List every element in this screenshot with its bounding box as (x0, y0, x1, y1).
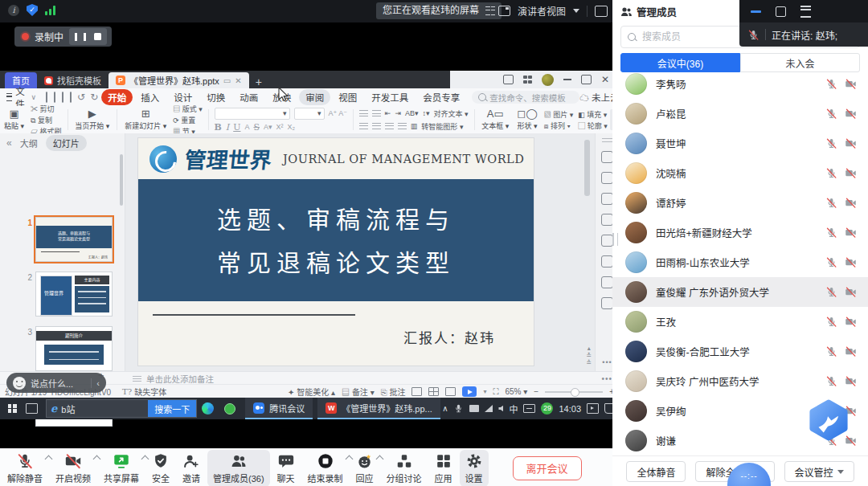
member-camera-muted-icon[interactable] (845, 197, 857, 209)
leave-meeting-button[interactable]: 离开会议 (513, 456, 582, 480)
arrange-windows-icon[interactable] (523, 76, 532, 84)
read-mode-icon[interactable] (601, 276, 613, 288)
taskbar-app-wps[interactable]: W 《管理世界》赵玮.pp... (317, 398, 440, 419)
tray-keyboard-icon[interactable] (523, 404, 535, 413)
justify-icon[interactable] (398, 123, 407, 129)
play-from-current-button[interactable]: ▶当页开始 ▾ (71, 108, 113, 131)
skin-icon[interactable] (601, 151, 613, 163)
taskbar-search-button[interactable]: 搜索一下 (148, 400, 196, 417)
tab-outline[interactable]: 大纲 (20, 137, 38, 149)
undo-icon[interactable]: ↺ (77, 92, 85, 103)
slide-nav-buttons[interactable]: ▴≛≙ (586, 345, 592, 366)
wps-tab-document[interactable]: P 《管理世界》赵玮.pptx ▭ ✕ (108, 72, 249, 88)
beautify-button[interactable]: ✦ 智能美化 ▴ (288, 386, 335, 398)
export-icon[interactable] (54, 92, 55, 103)
command-search-box[interactable]: 查找命令、搜索模板 (472, 91, 579, 104)
member-row[interactable]: 卢崧昆 (612, 99, 868, 129)
cut-button[interactable]: ✂ 剪切 (31, 104, 62, 114)
beautify-icon[interactable] (601, 193, 613, 205)
member-mic-muted-icon[interactable] (825, 108, 837, 120)
member-row[interactable]: 沈晓楠 (612, 158, 868, 188)
normal-view-icon[interactable] (411, 387, 422, 396)
taskbar-search-text[interactable]: b站 (61, 402, 148, 415)
member-mic-muted-icon[interactable] (825, 286, 837, 298)
comment-pen-icon[interactable] (601, 235, 613, 247)
wps-minimize-icon[interactable] (563, 79, 571, 80)
copy-button[interactable]: ⧉ 复制 (31, 115, 62, 125)
align-center-icon[interactable] (372, 123, 381, 129)
thumbnail-scrollbar[interactable] (120, 154, 123, 206)
to-smartart-button[interactable]: 转智能图形 ▾ (421, 121, 463, 132)
member-mic-muted-icon[interactable] (825, 137, 837, 149)
numbered-list-icon[interactable] (372, 110, 381, 116)
wps-tab-templates[interactable]: 找稻壳模板 (37, 72, 108, 88)
wps-maximize-icon[interactable] (581, 75, 592, 84)
notes-toggle-button[interactable]: ▤ 备注 ▾ (342, 386, 375, 398)
member-camera-muted-icon[interactable] (845, 227, 857, 239)
wps-account-avatar[interactable] (542, 74, 554, 86)
member-row[interactable]: 田光焙+新疆财经大学 (612, 218, 868, 247)
wps-menu-切换[interactable]: 切换 (200, 89, 231, 105)
toolbar-reaction-button[interactable]: 回应 (350, 450, 379, 486)
member-mic-muted-icon[interactable] (825, 345, 837, 357)
member-row[interactable]: 聂世坤 (612, 129, 868, 158)
member-camera-muted-icon[interactable] (845, 316, 857, 328)
slide-thumbnail-2[interactable]: 管理世界 主要内容 (35, 272, 116, 317)
wps-menu-插入[interactable]: 插入 (134, 89, 166, 105)
wps-menu-会员专享[interactable]: 会员专享 (416, 89, 466, 105)
member-camera-muted-icon[interactable] (845, 167, 857, 179)
member-mic-muted-icon[interactable] (825, 256, 837, 268)
edge-browser-icon[interactable] (197, 398, 219, 419)
zoom-slider[interactable] (545, 391, 603, 393)
underline-button[interactable]: U (233, 122, 240, 133)
info-icon[interactable]: i (8, 5, 19, 16)
toolbar-camera-muted-button[interactable]: 开启视频 (50, 450, 96, 486)
toolbar-invite-button[interactable]: 邀请 (177, 450, 206, 486)
tray-network-icon[interactable] (485, 405, 493, 412)
wps-menu-视图[interactable]: 视图 (332, 89, 363, 105)
subscript-button[interactable]: X₂ (288, 123, 296, 131)
member-mic-muted-icon[interactable] (825, 167, 837, 179)
tray-clock[interactable]: 14:03 (559, 404, 581, 414)
hidden-icons-chevron[interactable]: ∧ (442, 404, 448, 413)
view-mode-label[interactable]: 演讲者视图 (518, 4, 566, 18)
toolbar-chat-button[interactable]: 聊天 (272, 450, 301, 486)
member-camera-muted-icon[interactable] (845, 375, 857, 387)
slideshow-play-button[interactable] (462, 386, 477, 397)
notes-more-icon[interactable]: ••• (601, 374, 612, 383)
slide-thumbnail-1[interactable]: 选题、审稿流程与常见退稿论文类型 汇报人：赵玮 (35, 217, 116, 262)
sorter-view-icon[interactable] (428, 387, 439, 396)
panel-resize-handle[interactable] (612, 233, 618, 246)
member-row[interactable]: 吴庆玲 广州中医药大学 (612, 366, 868, 396)
watching-screen-banner[interactable]: 您正在观看赵玮的屏幕 (376, 2, 502, 19)
meeting-control-button[interactable]: 会议管控 (784, 461, 854, 482)
decrease-font-icon[interactable]: A⁻ (338, 109, 347, 117)
outline-button[interactable]: ▢ 轮廓 ▾ (578, 120, 608, 131)
maximize-icon[interactable] (776, 6, 786, 17)
bold-button[interactable]: B (215, 122, 222, 133)
member-camera-muted-icon[interactable] (845, 286, 857, 298)
char-spacing-button[interactable]: A (244, 123, 249, 131)
new-tab-button[interactable]: + (256, 76, 262, 88)
wps-menu-开始[interactable]: 开始 (101, 89, 133, 105)
xunlei-float-icon[interactable] (807, 399, 850, 441)
zoom-level[interactable]: 65% ▾ (505, 387, 527, 396)
wps-close-icon[interactable]: ✕ (601, 76, 609, 84)
toolbar-members-button[interactable]: 管理成员(36) (207, 450, 270, 486)
fill-button[interactable]: ◧ 填充 ▾ (578, 109, 608, 120)
chevron-down-icon[interactable] (573, 9, 579, 13)
security-shield-icon[interactable]: ✓ (27, 4, 38, 16)
tray-volume-icon[interactable] (498, 406, 503, 412)
tray-mic-icon[interactable] (453, 403, 464, 414)
decrease-indent-icon[interactable]: ⇤ (385, 109, 391, 117)
toolbar-mic-muted-button[interactable]: 解除静音 (2, 450, 48, 486)
member-mic-muted-icon[interactable] (825, 227, 837, 239)
comments-toggle-button[interactable]: ⎘ 批注 (381, 386, 406, 398)
toolbar-shield-check-button[interactable]: 安全 (146, 450, 175, 486)
member-camera-muted-icon[interactable] (845, 108, 857, 120)
superscript-button[interactable]: X² (276, 123, 284, 131)
tab-window-icon[interactable]: ▭ (223, 76, 231, 85)
wps-menu-开发工具[interactable]: 开发工具 (365, 89, 415, 105)
member-row[interactable]: 王孜 (612, 307, 868, 337)
taskbar-search-box[interactable]: e b站 搜索一下 (46, 399, 197, 418)
